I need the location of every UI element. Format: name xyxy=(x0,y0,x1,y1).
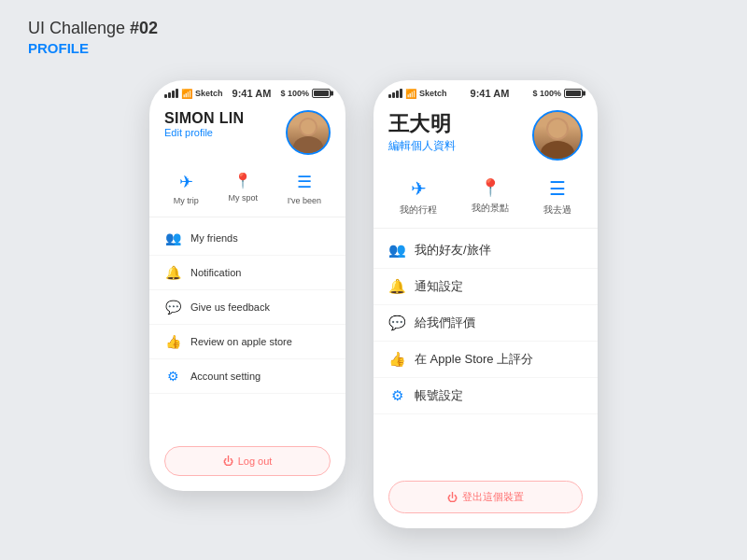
status-bar-1: 📶 Sketch 9:41 AM $ 100% xyxy=(149,80,345,103)
menu-item-feedback-2[interactable]: 💬 給我們評價 xyxy=(374,305,598,342)
signal-bar-3 xyxy=(172,91,175,98)
profile-header-1: SIMON LIN Edit profile xyxy=(149,103,345,164)
signal-bar-1 xyxy=(164,94,167,98)
quick-action-trip-2[interactable]: ✈ 我的行程 xyxy=(400,177,437,217)
menu-item-account-2[interactable]: ⚙ 帳號設定 xyxy=(374,378,598,414)
svg-point-4 xyxy=(541,141,574,159)
wifi-icon-1: 📶 xyxy=(181,89,192,99)
quick-action-trip-1[interactable]: ✈ My trip xyxy=(174,172,199,205)
phone-1: 📶 Sketch 9:41 AM $ 100% SIMON LIN Edit p… xyxy=(149,80,345,491)
notification-icon-2: 🔔 xyxy=(388,278,405,295)
profile-info-2: 王大明 編輯個人資料 xyxy=(388,110,456,154)
menu-item-apple-store-2[interactable]: 👍 在 Apple Store 上評分 xyxy=(374,342,598,378)
logout-button-1[interactable]: ⏻ Log out xyxy=(164,446,331,476)
signal-bar-2-4 xyxy=(400,89,402,98)
trip-label-1: My trip xyxy=(174,196,199,205)
carrier-label-2: Sketch xyxy=(419,89,447,98)
quick-action-been-1[interactable]: ☰ I've been xyxy=(288,172,321,205)
account-label-1: Account setting xyxy=(190,371,261,382)
battery-icon-2 xyxy=(564,89,583,98)
spot-label-1: My spot xyxy=(229,193,259,203)
battery-label-1: $ 100% xyxy=(280,89,309,98)
logout-label-1: Log out xyxy=(238,455,273,467)
review-icon-1: 👍 xyxy=(164,334,181,349)
avatar-1[interactable] xyxy=(286,110,331,155)
feedback-label-1: Give us feedback xyxy=(190,301,270,313)
menu-item-review-1[interactable]: 👍 Review on apple store xyxy=(149,325,345,359)
feedback-icon-2: 💬 xyxy=(388,315,405,331)
spot-label-2: 我的景點 xyxy=(472,202,509,215)
been-label-1: I've been xyxy=(288,196,321,205)
spot-icon-2: 📍 xyxy=(480,177,500,198)
battery-area-1: $ 100% xyxy=(280,89,331,98)
edit-profile-link-1[interactable]: Edit profile xyxy=(164,127,244,138)
signal-bar-2-1 xyxy=(388,94,391,98)
menu-item-friends-2[interactable]: 👥 我的好友/旅伴 xyxy=(374,232,598,269)
signal-bar-2-3 xyxy=(396,91,399,98)
battery-label-2: $ 100% xyxy=(532,89,561,98)
menu-item-feedback-1[interactable]: 💬 Give us feedback xyxy=(149,290,345,325)
notification-label-1: Notification xyxy=(190,267,241,278)
friends-label-2: 我的好友/旅伴 xyxy=(415,242,491,259)
battery-icon-1 xyxy=(312,89,331,98)
quick-action-spot-1[interactable]: 📍 My spot xyxy=(229,172,259,205)
avatar-svg-1 xyxy=(288,112,329,153)
logout-icon-2: ⏻ xyxy=(447,492,458,503)
apple-store-icon-2: 👍 xyxy=(388,351,405,368)
menu-item-notification-1[interactable]: 🔔 Notification xyxy=(149,256,345,290)
carrier-label-1: Sketch xyxy=(195,89,223,98)
wifi-icon-2: 📶 xyxy=(405,89,416,99)
feedback-icon-1: 💬 xyxy=(164,300,181,315)
spot-icon-1: 📍 xyxy=(233,172,252,189)
edit-profile-link-2[interactable]: 編輯個人資料 xyxy=(388,138,456,154)
signal-bar-2 xyxy=(168,92,171,98)
profile-name-2: 王大明 xyxy=(388,110,456,138)
logout-icon-1: ⏻ xyxy=(223,455,233,467)
been-icon-2: ☰ xyxy=(549,177,566,200)
friends-label-1: My friends xyxy=(190,232,238,244)
trip-icon-2: ✈ xyxy=(411,177,427,200)
time-display-2: 9:41 AM xyxy=(471,88,510,99)
avatar-image-2 xyxy=(534,112,581,159)
notification-icon-1: 🔔 xyxy=(164,265,181,280)
menu-item-friends-1[interactable]: 👥 My friends xyxy=(149,221,345,256)
menu-item-notification-2[interactable]: 🔔 通知設定 xyxy=(374,269,598,305)
friends-icon-1: 👥 xyxy=(164,231,181,245)
battery-area-2: $ 100% xyxy=(532,89,583,98)
menu-list-2: 👥 我的好友/旅伴 🔔 通知設定 💬 給我們評價 👍 在 Apple Store… xyxy=(374,229,598,473)
svg-point-5 xyxy=(548,119,567,138)
notification-label-2: 通知設定 xyxy=(415,278,463,295)
been-label-2: 我去過 xyxy=(543,203,571,217)
account-icon-1: ⚙ xyxy=(164,369,181,384)
logout-label-2: 登出這個裝置 xyxy=(462,490,524,504)
logout-button-2[interactable]: ⏻ 登出這個裝置 xyxy=(388,481,583,513)
signal-bars-1 xyxy=(164,89,178,98)
avatar-2[interactable] xyxy=(532,110,583,161)
page-header: UI Challenge #02 PROFILE xyxy=(28,19,719,56)
phone-2: 📶 Sketch 9:41 AM $ 100% 王大明 編輯個人資料 xyxy=(374,80,598,528)
time-display-1: 9:41 AM xyxy=(233,88,272,99)
menu-item-account-1[interactable]: ⚙ Account setting xyxy=(149,359,345,394)
status-bar-2: 📶 Sketch 9:41 AM $ 100% xyxy=(374,80,598,103)
trip-icon-1: ✈ xyxy=(179,172,193,192)
quick-action-spot-2[interactable]: 📍 我的景點 xyxy=(472,177,509,217)
svg-point-1 xyxy=(293,136,323,153)
page-title: UI Challenge #02 xyxy=(28,19,719,38)
signal-bar-2-2 xyxy=(392,92,395,98)
been-icon-1: ☰ xyxy=(297,172,312,192)
avatar-image-1 xyxy=(288,112,329,153)
signal-area-2: 📶 Sketch xyxy=(388,89,447,99)
page-subtitle: PROFILE xyxy=(28,40,719,56)
profile-header-2: 王大明 編輯個人資料 xyxy=(374,103,598,170)
signal-bar-4 xyxy=(176,89,178,98)
review-label-1: Review on apple store xyxy=(190,336,292,347)
quick-actions-2: ✈ 我的行程 📍 我的景點 ☰ 我去過 xyxy=(374,170,598,229)
profile-name-1: SIMON LIN xyxy=(164,110,244,127)
signal-area-1: 📶 Sketch xyxy=(164,89,223,99)
page-background: UI Challenge #02 PROFILE 📶 Sketch 9:41 xyxy=(0,0,747,560)
phones-container: 📶 Sketch 9:41 AM $ 100% SIMON LIN Edit p… xyxy=(28,80,719,528)
quick-action-been-2[interactable]: ☰ 我去過 xyxy=(543,177,571,217)
trip-label-2: 我的行程 xyxy=(400,203,437,217)
profile-info-1: SIMON LIN Edit profile xyxy=(164,110,244,138)
avatar-svg-2 xyxy=(534,112,581,159)
